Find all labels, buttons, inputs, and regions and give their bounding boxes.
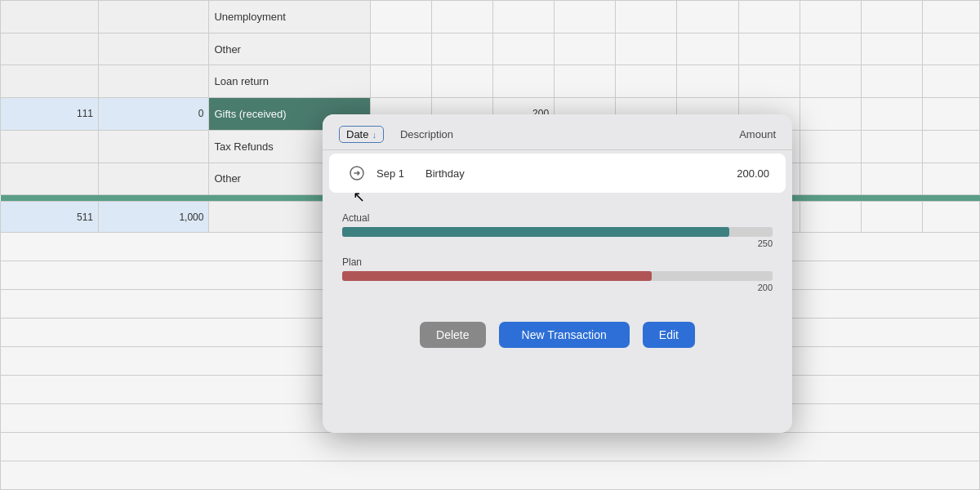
chart-area: Actual 250 Plan 200 <box>323 196 792 309</box>
actual-bar-fill <box>342 227 729 237</box>
date-sort-button[interactable]: Date ↓ <box>339 126 384 143</box>
transaction-date: Sep 1 <box>376 167 417 180</box>
date-label: Date <box>346 128 368 140</box>
new-transaction-button[interactable]: New Transaction <box>499 322 630 348</box>
transaction-modal: Date ↓ Description Amount Sep 1 Birthday… <box>323 114 792 433</box>
plan-value: 200 <box>342 283 773 292</box>
plan-bar-fill <box>342 271 652 281</box>
edit-button[interactable]: Edit <box>643 322 695 348</box>
transaction-description: Birthday <box>417 167 704 180</box>
modal-table-header: Date ↓ Description Amount <box>323 114 792 150</box>
sort-arrow-icon: ↓ <box>372 130 376 140</box>
description-column-header: Description <box>384 128 710 140</box>
transaction-row[interactable]: Sep 1 Birthday 200.00 <box>329 154 786 193</box>
table-row: Loan return <box>1 65 980 98</box>
transaction-type-icon <box>345 162 368 185</box>
amount-column-header: Amount <box>710 128 776 140</box>
modal-actions: Delete New Transaction Edit <box>323 309 792 364</box>
table-row <box>1 461 980 490</box>
delete-button[interactable]: Delete <box>420 322 485 348</box>
actual-value: 250 <box>342 238 773 248</box>
table-row: Unemployment <box>1 1 980 33</box>
table-row <box>1 433 980 461</box>
transaction-amount: 200.00 <box>704 167 769 180</box>
actual-bar-track <box>342 227 773 237</box>
table-row: Other <box>1 33 980 65</box>
plan-label: Plan <box>342 256 773 268</box>
plan-bar-track <box>342 271 773 281</box>
actual-label: Actual <box>342 212 773 224</box>
